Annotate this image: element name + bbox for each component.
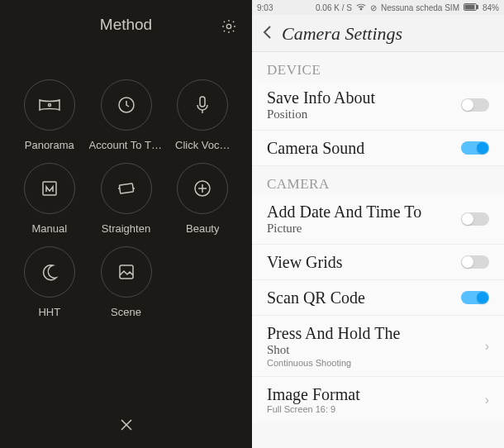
svg-point-0 <box>226 24 231 28</box>
toggle-save-position[interactable] <box>461 98 489 112</box>
row-datetime[interactable]: Add Date And Time To Picture <box>252 194 504 245</box>
setting-title: Scan QR Code <box>267 288 365 307</box>
panorama-icon <box>24 79 75 131</box>
svg-rect-11 <box>465 5 474 9</box>
section-label-camera: CAMERA <box>252 166 504 194</box>
method-title: Method <box>100 16 152 34</box>
tile-label: Click Voc… <box>175 139 230 151</box>
toggle-qr[interactable] <box>461 291 489 304</box>
setting-sub: Picture <box>267 222 421 236</box>
tile-label: Beauty <box>186 222 219 235</box>
svg-rect-5 <box>119 183 133 193</box>
status-bar: 9:03 0.06 K / S ⊘ Nessuna scheda SIM 84% <box>252 0 504 15</box>
setting-title: Save Info About <box>267 88 375 107</box>
battery-icon <box>464 3 478 12</box>
chevron-right-icon: › <box>485 393 489 407</box>
setting-text: Save Info About Position <box>267 88 375 122</box>
gear-icon[interactable] <box>221 18 237 38</box>
status-speed: 0.06 K / S <box>316 3 352 12</box>
setting-desc: Full Screen 16: 9 <box>267 404 360 414</box>
tile-voice[interactable]: Click Voc… <box>169 79 238 151</box>
settings-header: Camera Settings <box>252 15 504 52</box>
setting-text: Scan QR Code <box>267 288 365 307</box>
tile-label: Account To The… <box>89 139 164 151</box>
row-save-position[interactable]: Save Info About Position <box>252 80 504 131</box>
row-press-hold[interactable]: Press And Hold The Shot Continuous Shoot… <box>252 316 504 377</box>
tile-manual[interactable]: Manual <box>15 163 84 235</box>
tile-label: Straighten <box>102 222 150 235</box>
moon-icon <box>24 246 75 298</box>
row-camera-sound[interactable]: Camera Sound <box>252 131 504 166</box>
mic-icon <box>177 79 228 131</box>
svg-rect-4 <box>43 182 56 195</box>
row-qr[interactable]: Scan QR Code <box>252 280 504 316</box>
toggle-camera-sound[interactable] <box>461 141 489 155</box>
close-row <box>0 417 252 433</box>
chevron-right-icon: › <box>485 339 489 354</box>
status-time: 9:03 <box>257 3 273 12</box>
setting-title: Image Format <box>267 385 360 403</box>
setting-title: Camera Sound <box>267 139 364 157</box>
svg-rect-10 <box>477 5 478 8</box>
setting-desc: Continuous Shooting <box>267 358 400 368</box>
straighten-icon <box>101 163 152 214</box>
tile-straighten[interactable]: Straighten <box>89 163 164 235</box>
tile-label: Panorama <box>25 139 74 151</box>
setting-title: View Grids <box>267 253 343 271</box>
settings-title: Camera Settings <box>282 23 402 45</box>
camera-method-panel: Method Panorama Account To The… Click V <box>0 0 252 448</box>
setting-text: Image Format Full Screen 16: 9 <box>267 385 360 414</box>
beauty-icon <box>177 163 228 214</box>
toggle-datetime[interactable] <box>461 212 489 226</box>
close-icon[interactable] <box>118 417 135 433</box>
method-header: Method <box>0 0 252 50</box>
setting-text: View Grids <box>267 253 343 271</box>
setting-text: Press And Hold The Shot Continuous Shoot… <box>267 324 400 368</box>
wifi-icon <box>356 2 366 12</box>
setting-text: Camera Sound <box>267 139 364 157</box>
tile-scene[interactable]: Scene <box>89 246 164 318</box>
settings-list[interactable]: DEVICE Save Info About Position Camera S… <box>252 52 504 448</box>
section-label-device: DEVICE <box>252 52 504 80</box>
tile-hht[interactable]: HHT <box>15 246 84 318</box>
setting-title: Add Date And Time To <box>267 203 421 221</box>
setting-sub: Shot <box>267 343 400 357</box>
scene-icon <box>101 246 152 298</box>
tile-panorama[interactable]: Panorama <box>15 79 84 151</box>
tile-label: Scene <box>111 306 141 318</box>
toggle-grids[interactable] <box>461 255 489 269</box>
camera-settings-panel: 9:03 0.06 K / S ⊘ Nessuna scheda SIM 84%… <box>252 0 504 448</box>
tile-label: HHT <box>38 306 60 318</box>
sim-icon: ⊘ <box>370 3 377 12</box>
svg-rect-3 <box>200 97 205 107</box>
svg-point-8 <box>360 8 362 10</box>
back-icon[interactable] <box>262 25 273 43</box>
svg-point-1 <box>48 104 50 107</box>
svg-rect-7 <box>120 265 133 279</box>
tile-label: Manual <box>31 222 67 235</box>
status-battery: 84% <box>483 3 499 12</box>
tile-timer[interactable]: Account To The… <box>89 79 164 151</box>
timer-icon <box>101 79 152 131</box>
manual-icon <box>24 163 75 214</box>
row-grids[interactable]: View Grids <box>252 245 504 280</box>
setting-text: Add Date And Time To Picture <box>267 203 421 236</box>
setting-title: Press And Hold The <box>267 324 400 342</box>
status-right: 0.06 K / S ⊘ Nessuna scheda SIM 84% <box>316 2 499 12</box>
status-sim: Nessuna scheda SIM <box>381 3 459 12</box>
method-grid: Panorama Account To The… Click Voc… Manu… <box>0 50 252 318</box>
row-image-format[interactable]: Image Format Full Screen 16: 9 › <box>252 377 504 422</box>
tile-beauty[interactable]: Beauty <box>169 163 238 235</box>
setting-sub: Position <box>267 107 375 122</box>
